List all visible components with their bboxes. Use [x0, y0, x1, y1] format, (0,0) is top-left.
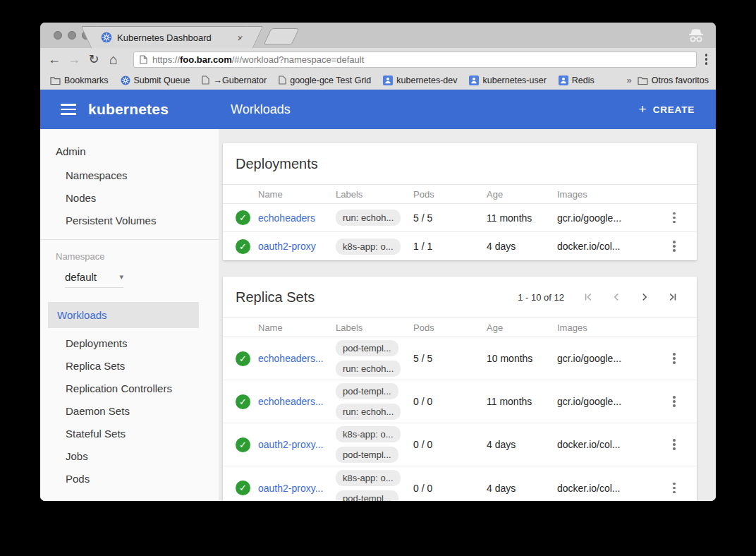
sidebar-item-deployments[interactable]: Deployments	[40, 332, 219, 355]
status-ok-icon: ✓	[236, 210, 250, 225]
pagination: 1 - 10 of 12	[518, 291, 687, 303]
table-row: ✓ oauth2-proxy k8s-app: o... 1 / 1 4 day…	[223, 232, 697, 260]
minimize-window-button[interactable]	[68, 31, 76, 40]
bookmark-bookmarks[interactable]: Bookmarks	[50, 75, 109, 85]
column-pods: Pods	[413, 189, 487, 200]
status-ok-icon: ✓	[236, 239, 250, 254]
url-text: https://foo.bar.com/#/workload?namespace…	[152, 54, 364, 65]
deployments-title: Deployments	[236, 156, 318, 172]
sidebar-item-nodes[interactable]: Nodes	[40, 187, 219, 210]
sidebar-item-replica-sets[interactable]: Replica Sets	[40, 355, 219, 377]
deployments-table-header: Name Labels Pods Age Images	[223, 184, 697, 204]
create-button[interactable]: + CREATE	[639, 102, 695, 117]
previous-page-icon[interactable]	[602, 291, 630, 303]
status-ok-icon: ✓	[236, 437, 250, 452]
row-menu-icon[interactable]	[673, 212, 676, 224]
folder-icon	[638, 76, 648, 85]
label-chip: run: echoh...	[336, 361, 401, 377]
back-icon[interactable]: ←	[44, 53, 64, 66]
sidebar-item-replication-controllers[interactable]: Replication Controllers	[40, 377, 219, 400]
table-row: ✓ echoheaders... pod-templ...run: echoh.…	[223, 380, 697, 423]
sidebar-item-stateful-sets[interactable]: Stateful Sets	[40, 423, 219, 445]
sidebar-item-jobs[interactable]: Jobs	[40, 445, 219, 468]
deployment-link[interactable]: echoheaders	[258, 212, 336, 224]
forward-icon[interactable]: →	[64, 53, 84, 66]
sidebar-nav: Admin Namespaces Nodes Persistent Volume…	[40, 129, 219, 501]
column-labels: Labels	[336, 322, 413, 333]
label-chip: k8s-app: o...	[336, 426, 401, 442]
label-chip: run: echoh...	[336, 210, 401, 226]
status-ok-icon: ✓	[236, 351, 250, 366]
browser-menu-icon[interactable]	[705, 54, 708, 65]
close-window-button[interactable]	[54, 31, 62, 40]
table-row: ✓ oauth2-proxy... k8s-app: o...pod-templ…	[223, 423, 697, 466]
page-icon	[279, 75, 286, 85]
deployments-card: Deployments Name Labels Pods Age Images …	[223, 143, 697, 260]
hamburger-menu-icon[interactable]	[61, 104, 76, 115]
table-row: ✓ oauth2-proxy... k8s-app: o...pod-templ…	[223, 466, 697, 501]
sidebar-item-admin[interactable]: Admin	[40, 139, 219, 164]
deployment-link[interactable]: oauth2-proxy	[258, 241, 336, 252]
row-menu-icon[interactable]	[673, 353, 676, 364]
kubernetes-icon	[121, 75, 130, 85]
app-header: kubernetes Workloads + CREATE	[40, 90, 716, 129]
column-images: Images	[557, 189, 660, 200]
label-chip: k8s-app: o...	[336, 470, 401, 486]
label-chip: pod-templ...	[336, 447, 398, 463]
sidebar-item-daemon-sets[interactable]: Daemon Sets	[40, 400, 219, 423]
bookmark-kubernetes-dev[interactable]: kubernetes-dev	[383, 75, 457, 85]
tab-kubernetes-dashboard[interactable]: Kubernetes Dashboard ×	[95, 26, 249, 48]
tab-close-icon[interactable]: ×	[237, 32, 243, 44]
bookmark-submit-queue[interactable]: Submit Queue	[121, 75, 190, 85]
kubernetes-icon	[101, 32, 112, 43]
url-host: foo.bar.com	[180, 54, 232, 65]
groups-icon	[383, 75, 393, 85]
sidebar-item-pods[interactable]: Pods	[40, 468, 219, 490]
row-menu-icon[interactable]	[673, 396, 676, 407]
other-bookmarks-folder[interactable]: Otros favoritos	[638, 75, 709, 85]
next-page-icon[interactable]	[630, 291, 659, 303]
sidebar-item-persistent-volumes[interactable]: Persistent Volumes	[40, 210, 219, 232]
replica-set-link[interactable]: oauth2-proxy...	[258, 483, 336, 494]
row-menu-icon[interactable]	[673, 439, 676, 450]
sidebar-item-namespaces[interactable]: Namespaces	[40, 164, 219, 187]
label-chip: pod-templ...	[336, 383, 398, 399]
column-labels: Labels	[336, 189, 413, 200]
sidebar-divider	[40, 239, 219, 240]
sidebar-item-workloads[interactable]: Workloads	[48, 302, 199, 328]
row-menu-icon[interactable]	[673, 241, 676, 252]
namespace-value: default	[65, 271, 97, 283]
bookmarks-overflow-icon[interactable]: »	[626, 75, 631, 85]
browser-window: Kubernetes Dashboard × ← → ↻ ⌂ https://f…	[40, 23, 716, 501]
browser-toolbar: ← → ↻ ⌂ https://foo.bar.com/#/workload?n…	[40, 48, 716, 71]
reload-icon[interactable]: ↻	[84, 53, 104, 66]
replica-set-link[interactable]: echoheaders...	[258, 353, 336, 364]
incognito-icon	[688, 28, 705, 43]
bookmark-gubernator[interactable]: →Gubernator	[202, 75, 267, 85]
label-chip: run: echoh...	[336, 404, 401, 420]
status-ok-icon: ✓	[236, 394, 250, 409]
screenshot: Kubernetes Dashboard × ← → ↻ ⌂ https://f…	[0, 0, 756, 556]
namespace-select[interactable]: default ▾	[65, 271, 123, 288]
home-icon[interactable]: ⌂	[104, 52, 123, 66]
first-page-icon[interactable]	[574, 291, 602, 303]
column-name: Name	[258, 322, 336, 333]
tab-strip: Kubernetes Dashboard ×	[40, 23, 716, 48]
bookmark-redis[interactable]: Redis	[559, 75, 595, 85]
namespace-label: Namespace	[56, 251, 219, 262]
address-bar[interactable]: https://foo.bar.com/#/workload?namespace…	[133, 52, 697, 68]
label-chip: k8s-app: o...	[336, 238, 401, 255]
column-pods: Pods	[413, 322, 487, 333]
groups-icon	[559, 75, 568, 85]
replica-set-link[interactable]: echoheaders...	[258, 396, 336, 407]
new-tab-button[interactable]	[263, 28, 299, 45]
tab-title: Kubernetes Dashboard	[117, 32, 233, 43]
brand-logo: kubernetes	[88, 101, 169, 118]
row-menu-icon[interactable]	[673, 483, 676, 494]
replica-set-link[interactable]: oauth2-proxy...	[258, 439, 336, 450]
bookmark-kubernetes-user[interactable]: kubernetes-user	[469, 75, 546, 85]
replica-sets-card: Replica Sets 1 - 10 of 12	[223, 277, 697, 501]
last-page-icon[interactable]	[659, 291, 687, 303]
bookmark-google-gce-test-grid[interactable]: google-gce Test Grid	[279, 75, 371, 85]
bookmarks-bar: Bookmarks Submit Queue →Gubernator	[40, 71, 716, 90]
